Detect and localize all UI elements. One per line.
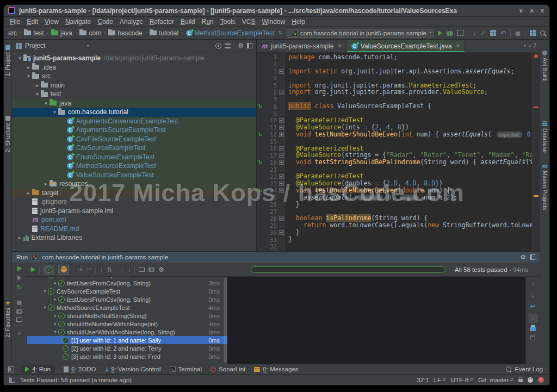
- tree-item[interactable]: .gitignore: [12, 197, 256, 207]
- editor-tab[interactable]: mjunit5-params-sample✕: [257, 40, 347, 52]
- fold-collapse-icon[interactable]: −: [279, 188, 284, 193]
- chevron-right-icon[interactable]: ▸: [52, 281, 58, 285]
- readonly-lock-icon[interactable]: [518, 379, 523, 382]
- code-line[interactable]: }: [288, 201, 532, 208]
- error-stripe[interactable]: [532, 53, 540, 251]
- tree-item[interactable]: ▸main: [12, 81, 256, 90]
- import-test-results-icon[interactable]: [139, 267, 145, 272]
- tree-item[interactable]: ▸resources: [12, 179, 256, 189]
- menu-run[interactable]: Run: [199, 18, 217, 26]
- hide-panel-icon[interactable]: [530, 254, 535, 260]
- tab-menu-icon[interactable]: ≡: [528, 43, 531, 48]
- vcs-changes-button[interactable]: [490, 30, 496, 36]
- project-view-dropdown[interactable]: ▾: [86, 43, 89, 48]
- code-line[interactable]: }: [288, 236, 532, 243]
- test-row[interactable]: ▸✓testUsersFromCsv(long, String)0ms: [27, 295, 227, 303]
- status-toggle-icon[interactable]: [9, 377, 15, 383]
- collapse-all-icon[interactable]: ⇅: [107, 266, 112, 273]
- code-line[interactable]: void testStringShouldBePalindrome(String…: [288, 159, 532, 166]
- show-ignored-toggle[interactable]: [58, 265, 69, 275]
- fold-collapse-icon[interactable]: −: [279, 216, 284, 221]
- toolwindows-button[interactable]: [530, 30, 536, 36]
- soft-wrap-icon[interactable]: ↩: [530, 303, 535, 309]
- tree-item[interactable]: CEnumSourcesExampleTest: [12, 153, 256, 162]
- editor-tab[interactable]: CValueSourcesExampleTest.java✕: [347, 40, 465, 52]
- rerun-tests-button[interactable]: [17, 266, 22, 271]
- gear-icon[interactable]: ⚙: [158, 266, 164, 273]
- chevron-down-icon[interactable]: ▾: [52, 329, 58, 334]
- run-button[interactable]: [438, 30, 442, 36]
- next-failed-icon[interactable]: ↓: [127, 266, 131, 273]
- chevron-down-icon[interactable]: ▾: [34, 91, 41, 97]
- tool-window-tab-terminal[interactable]: >_Terminal: [170, 366, 202, 372]
- fold-collapse-icon[interactable]: −: [279, 230, 284, 235]
- chevron-down-icon[interactable]: ▾: [42, 289, 48, 294]
- menu-help[interactable]: Help: [288, 18, 308, 26]
- breadcrumb-item[interactable]: test: [23, 29, 45, 37]
- down-stacktrace-icon[interactable]: ↓: [531, 292, 535, 298]
- shade-button[interactable]: ∨: [519, 7, 523, 14]
- fold-collapse-icon[interactable]: −: [279, 153, 284, 158]
- line-separator-widget[interactable]: LF⇵: [434, 377, 446, 383]
- tree-item[interactable]: CCsvSourceExampleTest: [12, 144, 256, 153]
- chevron-down-icon[interactable]: ▾: [42, 277, 48, 277]
- caret-position[interactable]: 32:1: [417, 377, 429, 383]
- code-line[interactable]: public class ValueSourcesExampleTest {: [288, 103, 532, 110]
- test-tree-scrollbar[interactable]: [224, 278, 227, 363]
- menu-edit[interactable]: Edit: [23, 18, 41, 26]
- test-history-icon[interactable]: [148, 267, 154, 272]
- tree-item[interactable]: ▸External Libraries: [12, 233, 256, 242]
- tool-stripe-tab-favorites[interactable]: ★2: Favorites: [4, 301, 11, 338]
- vcs-commit-button[interactable]: ✓: [480, 30, 486, 36]
- vcs-branch-widget[interactable]: Git: master⇵: [478, 377, 513, 383]
- rollback-button[interactable]: ↶: [500, 30, 506, 36]
- code-line[interactable]: }: [288, 229, 532, 236]
- tree-item[interactable]: ▸.idea: [12, 63, 256, 72]
- gear-icon[interactable]: ⚙: [238, 42, 244, 49]
- tree-item[interactable]: ▸target: [12, 189, 256, 198]
- breadcrumb-item[interactable]: CMethodSourceExampleTest: [185, 29, 276, 37]
- menu-refactor[interactable]: Refactor: [146, 18, 177, 26]
- show-statistics-icon[interactable]: [16, 318, 22, 322]
- code-line[interactable]: assertEquals( expected: 0, actual: num %…: [288, 194, 532, 201]
- breadcrumb-item[interactable]: java: [50, 29, 73, 37]
- expand-all-icon[interactable]: ↕: [100, 266, 103, 273]
- code-line[interactable]: import static org.junit.jupiter.api.Asse…: [288, 68, 532, 75]
- test-row[interactable]: ▾✓CsvSourceExampleTest0ms: [27, 287, 227, 295]
- tool-stripe-tab-ant-build[interactable]: Ant Build: [540, 51, 549, 80]
- tool-stripe-tab-maven-projects[interactable]: mMaven Projects: [540, 164, 549, 210]
- menu-analyze[interactable]: Analyze: [116, 18, 146, 26]
- sync-icon[interactable]: ⇅: [278, 30, 282, 35]
- gear-icon[interactable]: ⚙: [520, 254, 526, 260]
- search-everywhere-icon[interactable]: [540, 30, 545, 35]
- fold-collapse-icon[interactable]: −: [279, 174, 284, 179]
- menu-file[interactable]: File: [7, 18, 23, 26]
- test-row[interactable]: ✓[3] user with id: 3 and name: Fred0ms: [27, 352, 227, 360]
- tool-window-tab-version-control[interactable]: Y9: Version Control: [105, 366, 161, 372]
- fold-collapse-icon[interactable]: −: [279, 125, 284, 130]
- locate-file-icon[interactable]: [215, 43, 221, 49]
- encoding-widget[interactable]: UTF-8⇵: [451, 377, 473, 383]
- tree-item[interactable]: ▾junit5-params-sample/data/project/junit…: [12, 54, 256, 63]
- fold-collapse-icon[interactable]: −: [279, 118, 284, 123]
- warning-mark[interactable]: [534, 195, 539, 197]
- collapse-all-icon[interactable]: [225, 43, 231, 48]
- tool-window-tab-sonarlint[interactable]: SonarLint: [211, 366, 245, 372]
- fold-expand-icon[interactable]: +: [279, 132, 284, 137]
- fold-collapse-icon[interactable]: −: [279, 181, 284, 186]
- chevron-down-icon[interactable]: ▾: [51, 109, 58, 115]
- menu-code[interactable]: Code: [94, 18, 116, 26]
- menu-build[interactable]: Build: [177, 18, 199, 26]
- toggle-auto-test-icon[interactable]: ↻: [16, 284, 22, 291]
- code-line[interactable]: return word.toLowerCase().equals(new Str…: [288, 222, 532, 229]
- run-test-gutter-icon[interactable]: ↻: [257, 188, 264, 194]
- hector-inspector-icon[interactable]: [528, 377, 533, 383]
- tool-window-tab-messages[interactable]: 0: Messages: [254, 366, 298, 372]
- menu-view[interactable]: View: [41, 18, 62, 26]
- maximize-button[interactable]: ∧: [530, 7, 534, 14]
- tree-item[interactable]: ▾src: [12, 72, 256, 81]
- chevron-down-icon[interactable]: ▾: [42, 305, 48, 310]
- chevron-right-icon[interactable]: ▸: [52, 297, 58, 302]
- stop-process-button[interactable]: ◼: [17, 299, 22, 306]
- scroll-to-end-toggle[interactable]: ↓: [529, 314, 537, 322]
